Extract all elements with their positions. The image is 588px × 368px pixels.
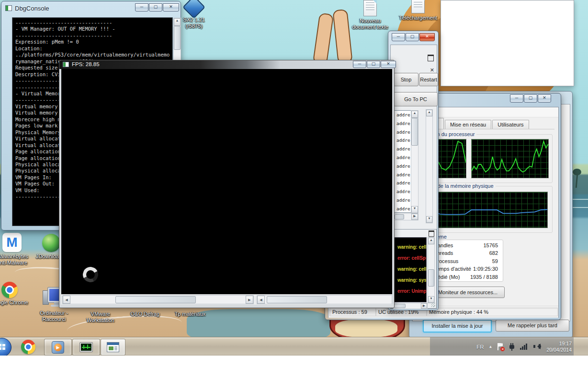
scroll-up-button[interactable]: ▲ [428, 238, 434, 244]
tab-mise-en-r-seau[interactable]: Mise en réseau [445, 120, 491, 129]
log-vscrollbar[interactable]: ▲ ▼ [428, 237, 435, 303]
debugger-vscrollbar[interactable]: ▲ ▼ [426, 109, 433, 223]
media-player-icon: ▶ [52, 341, 64, 354]
windows-flag-icon [0, 344, 5, 350]
taskbar-button-task-manager[interactable] [72, 339, 100, 356]
taskbar-clock[interactable]: 19:17 20/04/2014 [546, 341, 572, 353]
close-button[interactable]: ✕ [381, 61, 396, 68]
scroll-right-button[interactable]: ▶ [411, 214, 418, 220]
language-indicator[interactable]: FR [476, 344, 484, 350]
maximize-button[interactable]: ▢ [524, 94, 537, 103]
system-stat-value: 682 [489, 249, 498, 257]
tab-utilisateurs[interactable]: Utilisateurs [492, 120, 529, 129]
mdi-maximize-icon[interactable] [428, 55, 434, 61]
scroll-thumb[interactable] [115, 296, 196, 303]
resource-monitor-button[interactable]: Moniteur de ressources... [431, 287, 505, 298]
close-button[interactable]: ✕ [419, 33, 435, 41]
icon-label: Anti-Malware [0, 260, 38, 266]
volume-speaker-icon[interactable] [533, 343, 542, 350]
scroll-up-button[interactable]: ▲ [174, 18, 181, 26]
minimize-button[interactable]: ─ [135, 3, 148, 12]
close-button[interactable]: ✕ [538, 94, 551, 103]
network-signal-icon[interactable] [520, 343, 529, 350]
chrome-icon [1, 282, 18, 298]
scroll-down-button[interactable]: ▼ [426, 216, 432, 223]
scroll-left-button[interactable]: ◀ [63, 296, 70, 304]
status-memory: Mémoire physique : 44 % [426, 308, 558, 316]
console-line: - VM Manager: OUT OF MEMORY !!! - [15, 26, 172, 32]
wallpaper-palm-trunk [576, 173, 578, 188]
log-line: warning: sys_n [397, 275, 426, 286]
fps-window-icon [63, 62, 69, 67]
log-console-window: warning: cellSerror: cellSpuwarning: cel… [391, 229, 437, 309]
goto-pc-button[interactable]: Go To PC [394, 92, 438, 106]
system-stat-row: Temps d'activité1:09:25:30 [434, 265, 498, 273]
window-app-icon [107, 342, 119, 352]
power-plug-icon[interactable] [509, 343, 515, 351]
maximize-button[interactable]: ▢ [149, 3, 162, 12]
stop-button[interactable]: Stop [394, 73, 418, 86]
mdi-maximize-icon[interactable] [429, 230, 434, 237]
scroll-thumb[interactable] [411, 118, 418, 146]
system-stats-panel: Handles15765Threads682Processus59Temps d… [429, 240, 503, 282]
scroll-thumb[interactable] [395, 214, 404, 219]
taskbar-button-window-app[interactable] [101, 339, 125, 356]
scroll-thumb[interactable] [174, 26, 181, 50]
install-update-button[interactable]: Installer la mise à jour [423, 320, 492, 333]
secondary-hscrollbar[interactable]: ◀ [257, 295, 392, 304]
icon-label: Workstation [74, 317, 127, 323]
fps-hscrollbar[interactable]: ◀ ▶ [62, 295, 254, 304]
malwarebytes-icon: M [2, 233, 22, 252]
remind-later-button[interactable]: Me rappeler plus tard [496, 320, 569, 332]
scroll-down-button[interactable]: ▼ [411, 206, 418, 213]
resize-grip[interactable] [431, 303, 435, 307]
system-stat-row: Processus59 [434, 257, 498, 265]
clock-time: 19:17 [546, 341, 572, 347]
scroll-right-button[interactable]: ▶ [246, 296, 253, 304]
icon-label: Tp matériaux [164, 311, 216, 317]
debug-log: warning: cellSerror: cellSpuwarning: cel… [393, 237, 427, 302]
minimize-button[interactable]: ─ [392, 33, 405, 41]
blank-white-window [441, 0, 574, 86]
scroll-up-button[interactable]: ▲ [411, 111, 418, 118]
fps-titlebar[interactable]: FPS: 28.85 [59, 60, 394, 69]
scroll-thumb[interactable] [394, 304, 406, 308]
action-center-flag-icon[interactable]: ✕ [497, 343, 504, 351]
minimize-button[interactable]: ─ [353, 61, 366, 68]
log-line: warning: cellS [397, 264, 426, 275]
desktop-icon-nouveau-document[interactable]: Nouveaudocument texte [344, 0, 396, 30]
minimize-button[interactable]: ─ [510, 94, 523, 103]
fps-render-area[interactable] [61, 69, 392, 294]
task-manager-caption-buttons: ─ ▢ ✕ [509, 94, 551, 103]
scroll-right-button[interactable]: ▶ [421, 303, 427, 309]
window-title: FPS: 28.85 [72, 61, 100, 67]
console-line: ../platforms/PS3/core/mem/virtualmemory/… [15, 52, 172, 58]
wallpaper-finger-1 [313, 12, 334, 65]
desktop-icon-telechargement[interactable]: Téléchargement [392, 0, 444, 21]
loading-spinner [81, 265, 100, 284]
console-line: -------------------------------- [15, 33, 172, 39]
scroll-thumb[interactable] [428, 269, 434, 287]
close-button[interactable]: ✕ [163, 3, 179, 12]
system-tray: FR ▲ ✕ [430, 337, 574, 356]
scroll-down-button[interactable]: ▼ [428, 296, 434, 303]
maximize-button[interactable]: ▢ [406, 33, 419, 41]
start-button[interactable] [0, 338, 11, 357]
taskbar-button-media-player[interactable]: ▶ [44, 339, 72, 356]
taskbar-chrome-icon[interactable] [21, 340, 35, 354]
jdownloader-globe-icon [42, 234, 60, 252]
address-list-hscrollbar[interactable]: ▶ [394, 213, 418, 220]
show-hidden-icons-button[interactable]: ▲ [489, 345, 493, 349]
address-list-vscrollbar[interactable]: ▲ ▼ [411, 110, 418, 214]
restart-button[interactable]: Restart [419, 73, 438, 86]
clock-date: 20/04/2014 [546, 347, 572, 353]
system-stat-label: Temps d'activité [434, 265, 471, 273]
fps-window: FPS: 28.85 ─ ▢ ✕ ◀ ▶ ◀ [59, 60, 395, 308]
system-stat-value: 1935 / 8188 [470, 273, 498, 281]
log-line: error: cellSpu [397, 253, 426, 264]
scroll-up-button[interactable]: ▲ [426, 110, 432, 116]
log-hscrollbar[interactable]: ▶ [393, 303, 428, 309]
maximize-button[interactable]: ▢ [367, 61, 380, 68]
scroll-thumb[interactable] [267, 296, 327, 303]
scroll-left-button[interactable]: ◀ [257, 296, 265, 304]
